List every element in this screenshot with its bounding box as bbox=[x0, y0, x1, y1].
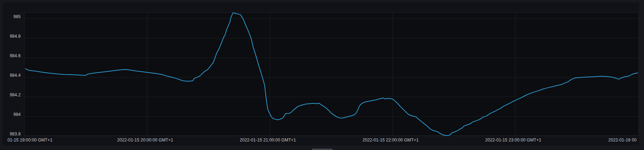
x-axis-tick-label: 2022-01-15 21:00:00 GMT+1 bbox=[240, 138, 296, 143]
x-axis-tick-label: 2022-01-15 22:00:00 GMT+1 bbox=[363, 138, 419, 143]
horizontal-scrollbar[interactable] bbox=[0, 148, 644, 150]
y-axis-tick-label: 985 bbox=[2, 14, 21, 19]
x-axis-tick-label: 01-15 19:00:00 GMT+1 bbox=[7, 138, 52, 143]
x-axis-tick-label: 2022-01-16 00 bbox=[608, 138, 637, 143]
y-axis-tick-label: 984.6 bbox=[2, 53, 21, 58]
y-axis-tick-label: 983.8 bbox=[2, 132, 21, 136]
chart-canvas[interactable] bbox=[2, 2, 644, 150]
y-axis-tick-label: 984.4 bbox=[2, 73, 21, 78]
y-axis-tick-label: 984 bbox=[2, 112, 21, 117]
y-axis-tick-label: 984.8 bbox=[2, 34, 21, 39]
y-axis-tick-label: 984.2 bbox=[2, 92, 21, 97]
scrollbar-thumb[interactable] bbox=[312, 149, 333, 150]
x-axis-tick-label: 2022-01-15 20:00:00 GMT+1 bbox=[117, 138, 173, 143]
timeseries-panel[interactable]: 985984.8984.6984.4984.2984983.8 01-15 19… bbox=[2, 2, 640, 146]
plot-area-background bbox=[24, 12, 639, 135]
x-axis-tick-label: 2022-01-15 23:00:00 GMT+1 bbox=[485, 138, 542, 143]
